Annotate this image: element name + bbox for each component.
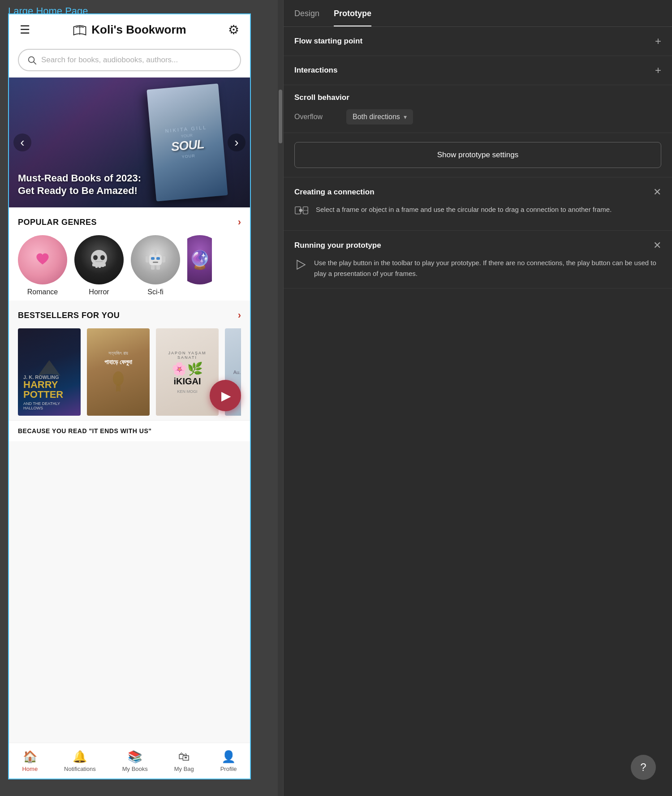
svg-rect-16: [151, 265, 155, 270]
interactions-section: Interactions +: [284, 56, 672, 85]
add-interaction-button[interactable]: +: [655, 64, 661, 77]
horror-label: Horror: [89, 288, 109, 296]
hero-next-button[interactable]: ›: [228, 133, 246, 151]
frame-wrapper: ☰ Koli's Bookworm ⚙: [8, 13, 251, 779]
scroll-behavior-section: Scroll behavior Overflow Both directions…: [284, 85, 672, 133]
home-nav-label: Home: [22, 766, 38, 772]
scifi-label: Sci-fi: [147, 288, 164, 296]
genre-item: Horror: [74, 235, 124, 296]
bestsellers-section: BESTSELLERS FOR YOU › J. K. ROWLING HARR…: [9, 301, 250, 420]
running-prototype-body: Use the play button in the toolbar to pl…: [294, 258, 661, 279]
interactions-header: Interactions +: [294, 64, 661, 77]
fantasy-genre-circle[interactable]: 🔮: [187, 235, 212, 284]
hero-caption: Must-Read Books of 2023:Get Ready to Be …: [18, 172, 141, 198]
svg-point-18: [113, 371, 124, 386]
svg-marker-22: [297, 260, 305, 269]
genre-row: Romance: [18, 235, 241, 296]
interactions-title: Interactions: [294, 66, 337, 75]
bestsellers-title: BESTSELLERS FOR YOU: [18, 311, 120, 320]
profile-icon: 👤: [221, 750, 236, 764]
romance-genre-circle[interactable]: [18, 235, 67, 284]
book-card[interactable]: সত্যজিৎ রায় পাহাড়ে ফেলুদা: [87, 328, 150, 416]
play-icon: ▶: [221, 388, 231, 403]
svg-rect-15: [162, 256, 165, 262]
genre-item: 🔮: [187, 235, 212, 296]
robot-icon: [142, 246, 169, 273]
close-creating-connection-button[interactable]: ✕: [653, 186, 661, 198]
scroll-overflow-row: Overflow Both directions ▾: [294, 109, 661, 125]
notifications-nav-label: Notifications: [64, 766, 96, 772]
settings-icon[interactable]: ⚙: [228, 22, 239, 37]
scifi-genre-circle[interactable]: [131, 235, 180, 284]
popular-genres-arrow[interactable]: ›: [238, 216, 241, 228]
nav-item-notifications[interactable]: 🔔 Notifications: [64, 750, 96, 772]
overflow-direction-dropdown[interactable]: Both directions ▾: [346, 109, 413, 125]
panel-tabs: Design Prototype: [284, 0, 672, 27]
creating-connection-text: Select a frame or object in a frame and …: [316, 204, 612, 215]
genre-item: Romance: [18, 235, 67, 296]
creating-connection-card: Creating a connection ✕ Select a frame o…: [284, 177, 672, 231]
nav-item-profile[interactable]: 👤 Profile: [220, 750, 237, 772]
heart-icon: [34, 251, 52, 269]
running-prototype-title: Running your prototype: [294, 241, 381, 250]
bestsellers-arrow[interactable]: ›: [238, 310, 241, 321]
close-running-prototype-button[interactable]: ✕: [653, 240, 661, 251]
phone-content: ☰ Koli's Bookworm ⚙: [9, 14, 250, 779]
svg-point-4: [100, 255, 105, 260]
top-nav: ☰ Koli's Bookworm ⚙: [9, 14, 250, 45]
play-icon-wrap: [294, 258, 307, 273]
prototype-btn-wrap: Show prototype settings: [284, 133, 672, 177]
tab-design[interactable]: Design: [294, 0, 319, 26]
because-title: BECAUSE YOU READ "IT ENDS WITH US": [18, 427, 151, 435]
play-triangle-icon: [294, 258, 307, 271]
running-prototype-card: Running your prototype ✕ Use the play bu…: [284, 231, 672, 288]
search-bar[interactable]: Search for books, audiobooks, authors...: [18, 49, 241, 71]
creating-connection-header: Creating a connection ✕: [294, 186, 661, 198]
genre-item: Sci-fi: [131, 235, 180, 296]
book-card[interactable]: JAPON YAŞAM SANATI 🌸🌿 iKIGAI KEN MOGI: [156, 328, 219, 416]
svg-rect-14: [146, 256, 149, 262]
mybag-nav-label: My Bag: [174, 766, 194, 772]
play-prototype-button[interactable]: ▶: [210, 380, 241, 411]
bottom-nav: 🏠 Home 🔔 Notifications 📚 My Books 🛍 My B…: [9, 743, 250, 779]
book-logo-icon: [72, 23, 88, 37]
flow-starting-point-title: Flow starting point: [294, 37, 362, 46]
flow-starting-point-header: Flow starting point +: [294, 35, 661, 47]
right-panel: Design Prototype Flow starting point + I…: [283, 0, 672, 796]
creating-connection-title: Creating a connection: [294, 188, 375, 197]
hamburger-icon[interactable]: ☰: [20, 23, 30, 37]
skull-icon: [86, 246, 112, 273]
scroll-behavior-title: Scroll behavior: [294, 93, 661, 102]
book-card[interactable]: J. K. ROWLING HARRYPOTTER AND THE DEATHL…: [18, 328, 81, 416]
show-prototype-settings-button[interactable]: Show prototype settings: [294, 142, 661, 168]
help-button[interactable]: ?: [631, 755, 656, 780]
svg-rect-10: [156, 257, 160, 260]
because-section: BECAUSE YOU READ "IT ENDS WITH US": [9, 420, 250, 441]
mybooks-nav-label: My Books: [122, 766, 148, 772]
connection-drag-icon: [294, 205, 309, 219]
nav-item-mybooks[interactable]: 📚 My Books: [122, 750, 148, 772]
profile-nav-label: Profile: [220, 766, 237, 772]
brand-title: Koli's Bookworm: [72, 23, 186, 37]
nav-item-mybag[interactable]: 🛍 My Bag: [174, 750, 194, 772]
connection-icon-wrap: [294, 204, 309, 221]
popular-genres-title: POPULAR GENRES: [18, 218, 97, 227]
hero-book-text: SOUL: [166, 137, 209, 155]
canvas-area: Large Home Page ☰ Koli's Bookworm ⚙: [0, 0, 278, 796]
running-prototype-text: Use the play button in the toolbar to pl…: [314, 258, 661, 279]
svg-point-20: [299, 209, 302, 212]
hero-prev-button[interactable]: ‹: [13, 133, 31, 151]
notifications-icon: 🔔: [73, 750, 87, 764]
romance-label: Romance: [27, 288, 58, 296]
search-bar-wrap: Search for books, audiobooks, authors...: [9, 45, 250, 77]
nav-item-home[interactable]: 🏠 Home: [22, 750, 38, 772]
svg-point-3: [93, 255, 98, 260]
popular-genres-section: POPULAR GENRES › Romance: [9, 207, 250, 301]
horror-genre-circle[interactable]: [74, 235, 124, 284]
svg-rect-17: [156, 265, 160, 270]
add-flow-start-button[interactable]: +: [655, 35, 661, 47]
svg-rect-11: [153, 262, 158, 263]
svg-line-1: [34, 62, 36, 64]
tab-prototype[interactable]: Prototype: [334, 0, 371, 26]
flow-starting-point-section: Flow starting point +: [284, 27, 672, 56]
